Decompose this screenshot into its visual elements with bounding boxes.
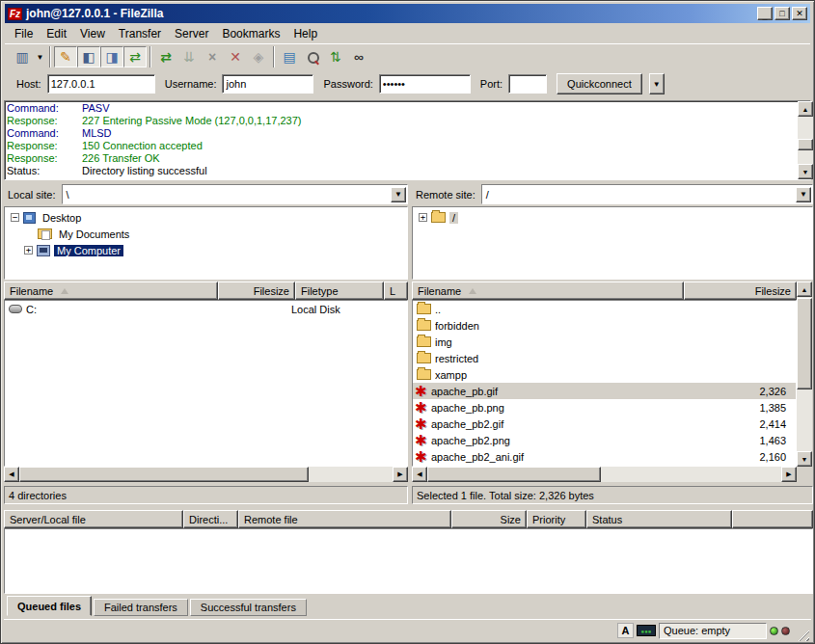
find-files-icon[interactable]: ∞: [347, 46, 370, 67]
reconnect-icon[interactable]: ◈: [247, 46, 270, 67]
remote-h-scrollbar[interactable]: ◀ ▶: [412, 467, 797, 482]
apache-file-icon: ✱: [415, 451, 429, 463]
scroll-up-icon[interactable]: ▲: [798, 101, 813, 117]
tree-item-root[interactable]: + /: [413, 209, 812, 226]
scroll-down-icon[interactable]: ▼: [797, 451, 812, 467]
local-site-combo[interactable]: \ ▼: [62, 184, 408, 204]
log-line: Status: Directory listing successful: [7, 165, 808, 177]
password-input[interactable]: [379, 74, 471, 94]
scroll-up-icon[interactable]: ▲: [797, 282, 812, 297]
tab-successful-transfers[interactable]: Successful transfers: [190, 599, 307, 616]
disconnect-icon[interactable]: ✕: [224, 46, 247, 67]
scroll-thumb[interactable]: [797, 298, 812, 389]
column-header-filename[interactable]: Filename: [4, 282, 218, 300]
chevron-down-icon[interactable]: ▼: [391, 187, 406, 202]
tree-item-my-documents[interactable]: My Documents: [5, 226, 407, 242]
toggle-remote-tree-icon[interactable]: ◨: [100, 46, 123, 67]
menu-bookmarks[interactable]: Bookmarks: [222, 27, 280, 40]
directory-comparison-icon[interactable]: [301, 46, 324, 67]
collapse-icon[interactable]: −: [11, 213, 19, 222]
menu-file[interactable]: File: [14, 27, 33, 40]
toggle-queue-icon[interactable]: ⇄: [123, 46, 147, 67]
column-header-priority[interactable]: Priority: [527, 510, 586, 528]
log-line: Response: 227 Entering Passive Mode (127…: [7, 115, 808, 127]
file-row-c-drive[interactable]: C: Local Disk: [5, 301, 407, 317]
folder-icon: [431, 212, 446, 223]
expand-icon[interactable]: +: [24, 246, 33, 255]
file-row[interactable]: img: [413, 334, 796, 350]
file-row[interactable]: ..: [413, 301, 796, 317]
tree-item-desktop[interactable]: − Desktop: [5, 209, 407, 226]
refresh-icon[interactable]: ⇄: [154, 46, 177, 67]
column-header-lastmodified[interactable]: L: [384, 282, 408, 300]
log-line: Response: 150 Connection accepted: [7, 140, 808, 152]
quickconnect-button[interactable]: Quickconnect: [557, 73, 642, 94]
column-header-filesize[interactable]: Filesize: [684, 282, 797, 300]
file-row[interactable]: ✱ apache_pb2.png 1,463: [413, 432, 796, 448]
scroll-right-icon[interactable]: ▶: [393, 467, 408, 482]
resize-grip[interactable]: [797, 629, 809, 641]
toggle-local-tree-icon[interactable]: ◧: [77, 46, 100, 67]
process-queue-icon[interactable]: ⇊: [177, 46, 201, 67]
scroll-down-icon[interactable]: ▼: [798, 164, 813, 179]
minimize-button[interactable]: _: [757, 7, 773, 20]
remote-site-label: Remote site:: [412, 184, 481, 204]
remote-site-combo[interactable]: / ▼: [481, 184, 813, 204]
expand-icon[interactable]: +: [419, 213, 427, 222]
maximize-button[interactable]: □: [774, 7, 790, 20]
scroll-thumb[interactable]: [427, 467, 601, 482]
file-row-selected[interactable]: ✱ apache_pb.gif 2,326: [413, 383, 796, 399]
file-row[interactable]: ✱ apache_pb.png 1,385: [413, 399, 796, 416]
tab-queued-files[interactable]: Queued files: [7, 596, 92, 616]
menu-transfer[interactable]: Transfer: [119, 27, 161, 40]
scroll-thumb[interactable]: [798, 139, 813, 150]
tab-failed-transfers[interactable]: Failed transfers: [94, 599, 188, 616]
close-button[interactable]: ✕: [792, 7, 807, 20]
tree-item-my-computer[interactable]: + My Computer: [5, 242, 407, 258]
apache-file-icon: ✱: [415, 386, 429, 397]
file-row[interactable]: forbidden: [413, 317, 796, 334]
column-header-direction[interactable]: Directi...: [183, 510, 238, 528]
scroll-left-icon[interactable]: ◀: [4, 467, 19, 482]
file-row[interactable]: restricted: [413, 350, 796, 366]
username-input[interactable]: [222, 74, 313, 94]
file-row[interactable]: ✱ apache_pb2_ani.gif 2,160: [413, 448, 796, 465]
menu-edit[interactable]: Edit: [46, 27, 67, 40]
site-manager-icon[interactable]: ▥: [11, 46, 34, 67]
remote-v-scrollbar[interactable]: ▲ ▼: [797, 282, 812, 467]
host-input[interactable]: [47, 74, 155, 94]
message-log: Command: PASV Response: 227 Entering Pas…: [4, 100, 811, 180]
column-header-size[interactable]: Size: [451, 510, 527, 528]
cancel-operation-icon[interactable]: ×: [201, 46, 224, 67]
toggle-message-log-icon[interactable]: ✎: [54, 46, 77, 67]
column-header-remote-file[interactable]: Remote file: [238, 510, 451, 528]
scroll-thumb[interactable]: [19, 467, 309, 482]
column-header-status[interactable]: Status: [586, 510, 732, 528]
file-row[interactable]: ✱ apache_pb2.gif 2,414: [413, 416, 796, 432]
column-header-filename[interactable]: Filename: [412, 282, 684, 300]
transfer-type-ascii-icon[interactable]: A: [617, 623, 634, 638]
scroll-left-icon[interactable]: ◀: [412, 467, 427, 482]
column-header-filetype[interactable]: Filetype: [295, 282, 384, 300]
folder-icon: [417, 353, 431, 363]
menu-help[interactable]: Help: [293, 27, 317, 40]
column-header-server-local-file[interactable]: Server/Local file: [4, 510, 183, 528]
quickconnect-dropdown-icon[interactable]: ▼: [649, 73, 665, 94]
file-row[interactable]: xampp: [413, 366, 796, 383]
filter-icon[interactable]: ▤: [278, 46, 301, 67]
menu-server[interactable]: Server: [175, 27, 208, 40]
column-header-filesize[interactable]: Filesize: [218, 282, 295, 300]
chevron-down-icon[interactable]: ▼: [796, 187, 811, 202]
folder-icon: [417, 320, 431, 331]
local-h-scrollbar[interactable]: ◀ ▶: [4, 467, 408, 482]
transfer-queue-list[interactable]: [4, 528, 813, 594]
log-line: Response: 226 Transfer OK: [7, 152, 808, 165]
synchronized-browsing-icon[interactable]: ⇅: [324, 46, 347, 67]
menu-view[interactable]: View: [80, 27, 105, 40]
scroll-right-icon[interactable]: ▶: [781, 467, 797, 482]
toolbar-separator: [273, 46, 275, 67]
log-scrollbar[interactable]: ▲ ▼: [798, 101, 813, 179]
site-manager-dropdown-icon[interactable]: ▼: [34, 46, 46, 67]
port-input[interactable]: [508, 74, 547, 94]
column-header-blank: [732, 510, 813, 528]
